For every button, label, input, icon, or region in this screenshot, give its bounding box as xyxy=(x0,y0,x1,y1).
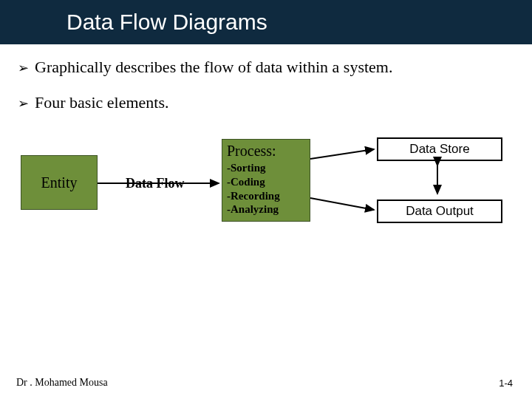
bullet-item: ➢ Graphically describes the flow of data… xyxy=(18,58,514,77)
data-output-label: Data Output xyxy=(406,204,474,219)
footer-page-number: 1-4 xyxy=(499,378,513,389)
process-box: Process: -Sorting -Coding -Recording -An… xyxy=(222,139,310,222)
footer-author: Dr . Mohamed Mousa xyxy=(16,377,108,389)
bullet-text: Graphically describes the flow of data w… xyxy=(35,58,392,77)
dataflow-label: Data Flow xyxy=(126,176,185,191)
entity-box: Entity xyxy=(21,155,98,210)
data-store-box: Data Store xyxy=(377,137,502,161)
entity-label: Entity xyxy=(41,174,78,191)
process-item: -Sorting xyxy=(227,161,305,175)
process-item: -Recording xyxy=(227,189,305,203)
arrow-bullet-icon: ➢ xyxy=(18,95,29,112)
data-output-box: Data Output xyxy=(377,200,502,223)
process-item: -Analyzing xyxy=(227,202,305,216)
arrow-bullet-icon: ➢ xyxy=(18,60,29,76)
slide-title: Data Flow Diagrams xyxy=(66,10,267,35)
svg-line-1 xyxy=(310,149,374,159)
svg-line-2 xyxy=(310,198,374,210)
bullet-text: Four basic elements. xyxy=(35,93,168,112)
slide-title-bar: Data Flow Diagrams xyxy=(0,0,532,44)
bullet-list: ➢ Graphically describes the flow of data… xyxy=(0,44,532,112)
bullet-item: ➢ Four basic elements. xyxy=(18,93,514,112)
process-items: -Sorting -Coding -Recording -Analyzing xyxy=(227,161,305,216)
data-store-label: Data Store xyxy=(409,142,469,157)
process-title: Process: xyxy=(227,143,305,160)
process-item: -Coding xyxy=(227,175,305,189)
